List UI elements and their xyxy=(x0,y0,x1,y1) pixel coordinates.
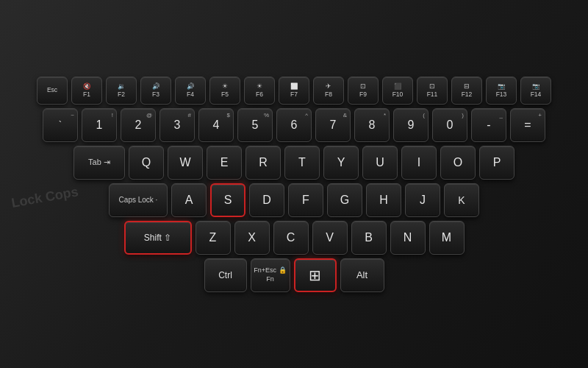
key-f11[interactable]: ⊡F11 xyxy=(417,77,448,105)
qwerty-row: Tab ⇥ Q W E R T Y U I O P xyxy=(74,146,514,180)
key-x[interactable]: X xyxy=(234,221,270,255)
key-g[interactable]: G xyxy=(327,183,362,217)
key-0[interactable]: ) 0 xyxy=(432,108,467,142)
key-1[interactable]: ! 1 xyxy=(82,108,117,142)
key-f12[interactable]: ⊟F12 xyxy=(451,77,482,105)
key-f8[interactable]: ✈F8 xyxy=(313,77,344,105)
key-w[interactable]: W xyxy=(168,146,203,180)
key-6[interactable]: ^ 6 xyxy=(276,108,312,142)
key-2[interactable]: @ 2 xyxy=(121,108,156,142)
ctrl-row: Ctrl Fn+Esc 🔒Fn ⊞ Alt xyxy=(204,258,384,292)
key-f13[interactable]: 📷F13 xyxy=(486,77,517,105)
key-alt[interactable]: Alt xyxy=(340,258,384,292)
key-p[interactable]: P xyxy=(479,146,514,180)
key-f4[interactable]: 🔊F4 xyxy=(175,77,206,105)
key-f2[interactable]: 🔉F2 xyxy=(106,77,137,105)
key-v[interactable]: V xyxy=(312,221,348,255)
key-9[interactable]: ( 9 xyxy=(393,108,429,142)
key-e[interactable]: E xyxy=(207,146,242,180)
key-f7[interactable]: ⬜F7 xyxy=(279,77,309,105)
key-f1[interactable]: 🔇F1 xyxy=(71,77,102,105)
key-windows[interactable]: ⊞ xyxy=(294,258,337,292)
key-f9[interactable]: ⊡F9 xyxy=(348,77,379,105)
key-equals[interactable]: + = xyxy=(510,108,545,142)
key-m[interactable]: M xyxy=(429,221,465,255)
key-7[interactable]: & 7 xyxy=(315,108,351,142)
key-tab[interactable]: Tab ⇥ xyxy=(74,146,125,180)
key-3[interactable]: # 3 xyxy=(159,108,195,142)
key-j[interactable]: J xyxy=(405,183,440,217)
key-4[interactable]: $ 4 xyxy=(198,108,234,142)
key-z[interactable]: Z xyxy=(196,221,231,255)
key-c[interactable]: C xyxy=(273,221,309,255)
key-i[interactable]: I xyxy=(401,146,437,180)
key-fn[interactable]: Fn+Esc 🔒Fn xyxy=(251,258,290,292)
key-d[interactable]: D xyxy=(249,183,284,217)
key-tilde[interactable]: ~ ` xyxy=(43,108,78,142)
key-minus[interactable]: _ - xyxy=(471,108,506,142)
key-q[interactable]: Q xyxy=(129,146,164,180)
key-f6[interactable]: ☀F6 xyxy=(244,77,275,105)
key-shift-left[interactable]: Shift ⇧ xyxy=(124,221,192,255)
num-row: ~ ` ! 1 @ 2 # 3 $ 4 % 5 ^ 6 & 7 xyxy=(43,108,545,142)
key-8[interactable]: * 8 xyxy=(354,108,390,142)
key-s[interactable]: S xyxy=(210,183,245,217)
key-f10[interactable]: ⬛F10 xyxy=(382,77,413,105)
fn-row: Esc 🔇F1 🔉F2 🔊F3 🔊F4 ☀F5 ☀F6 ⬜F7 ✈F8 ⊡F9 xyxy=(37,77,551,105)
keyboard-container: Esc 🔇F1 🔉F2 🔊F3 🔊F4 ☀F5 ☀F6 ⬜F7 ✈F8 ⊡F9 xyxy=(0,0,588,368)
key-ctrl[interactable]: Ctrl xyxy=(204,258,247,292)
key-t[interactable]: T xyxy=(284,146,320,180)
key-n[interactable]: N xyxy=(390,221,426,255)
key-5[interactable]: % 5 xyxy=(237,108,273,142)
key-k[interactable]: K xyxy=(444,183,479,217)
key-f5[interactable]: ☀F5 xyxy=(209,77,240,105)
key-y[interactable]: Y xyxy=(323,146,359,180)
key-f14[interactable]: 📷F14 xyxy=(520,77,551,105)
zxcv-row: Shift ⇧ Z X C V B N M xyxy=(124,221,465,255)
key-f3[interactable]: 🔊F3 xyxy=(140,77,171,105)
key-u[interactable]: U xyxy=(362,146,398,180)
key-esc[interactable]: Esc xyxy=(37,77,68,105)
key-f[interactable]: F xyxy=(288,183,323,217)
key-o[interactable]: O xyxy=(440,146,476,180)
asdf-row: Caps Lock · A S D F G H J K xyxy=(109,183,479,217)
key-a[interactable]: A xyxy=(171,183,207,217)
key-r[interactable]: R xyxy=(245,146,281,180)
key-b[interactable]: B xyxy=(351,221,387,255)
key-h[interactable]: H xyxy=(366,183,401,217)
key-caps-lock[interactable]: Caps Lock · xyxy=(109,183,168,217)
